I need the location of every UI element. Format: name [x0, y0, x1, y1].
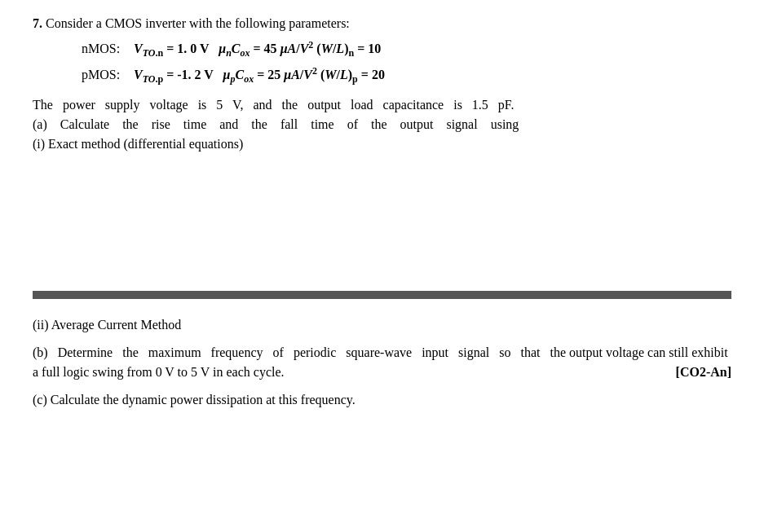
pmos-eq2: = 25 μA/V2 [257, 68, 320, 81]
nmos-line: nMOS: VTO.n = 1. 0 V μnCox = 45 μA/V2 (W… [82, 39, 731, 60]
nmos-to-sub: TO.n [143, 48, 163, 59]
pmos-mu-cox: μpCox [223, 68, 254, 81]
question-header: 7. Consider a CMOS inverter with the fol… [33, 16, 731, 31]
pmos-label: pMOS: [82, 68, 130, 82]
subq-b-text: (b) Determine the maximum frequency of p… [33, 343, 731, 382]
body-text-block: The power supply voltage is 5 V, and the… [33, 95, 731, 154]
pmos-ox-sub: ox [244, 73, 254, 85]
pmos-eq3: = 20 [361, 68, 385, 81]
page: 7. Consider a CMOS inverter with the fol… [0, 0, 764, 532]
nmos-eq3: = 10 [357, 42, 381, 55]
nmos-mu-cox: μnCox [219, 42, 250, 55]
pmos-eq1: = -1. 2 V [166, 68, 219, 81]
nmos-label: nMOS: [82, 42, 130, 56]
pmos-line: pMOS: VTO.p = -1. 2 V μpCox = 25 μA/V2 (… [82, 65, 731, 86]
subq-c-text: (c) Calculate the dynamic power dissipat… [33, 390, 731, 410]
pmos-v2-sup: 2 [312, 65, 317, 77]
body-line1: The power supply voltage is 5 V, and the… [33, 95, 731, 115]
section-divider [33, 291, 731, 299]
question-intro: Consider a CMOS inverter with the follow… [46, 16, 350, 30]
bottom-section: (ii) Average Current Method (b) Determin… [33, 315, 731, 410]
nmos-v2-sup: 2 [308, 39, 313, 51]
body-line2: (a) Calculate the rise time and the fall… [33, 115, 731, 134]
co-tag: [CO2-An] [676, 363, 731, 382]
answer-area [33, 160, 731, 275]
subquestion-c: (c) Calculate the dynamic power dissipat… [33, 390, 731, 410]
subquestion-ii: (ii) Average Current Method [33, 315, 731, 335]
nmos-eq1: = 1. 0 V [166, 42, 215, 55]
pmos-v: V [134, 68, 143, 81]
nmos-v: V [134, 42, 143, 55]
pmos-wl: (W/L)p [320, 68, 358, 81]
pmos-to-sub: TO.p [143, 73, 163, 85]
nmos-n-sub: n [226, 48, 232, 59]
nmos-wl: (W/L)n [316, 42, 354, 55]
nmos-ox-sub: ox [241, 48, 250, 59]
nmos-eq2: = 45 μA/V2 [254, 42, 317, 55]
body-line3: (i) Exact method (differential equations… [33, 134, 731, 154]
subquestion-b: (b) Determine the maximum frequency of p… [33, 343, 731, 382]
nmos-n2-sub: n [348, 48, 354, 59]
params-block: nMOS: VTO.n = 1. 0 V μnCox = 45 μA/V2 (W… [82, 39, 731, 86]
question-number: 7. [33, 16, 42, 30]
nmos-vto: VTO.n = 1. 0 V μnCox = 45 μA/V2 (W/L)n =… [134, 42, 381, 55]
pmos-p2-sub: p [352, 73, 358, 85]
pmos-vto: VTO.p = -1. 2 V μpCox = 25 μA/V2 (W/L)p … [134, 68, 385, 81]
subq-ii-text: (ii) Average Current Method [33, 315, 731, 335]
